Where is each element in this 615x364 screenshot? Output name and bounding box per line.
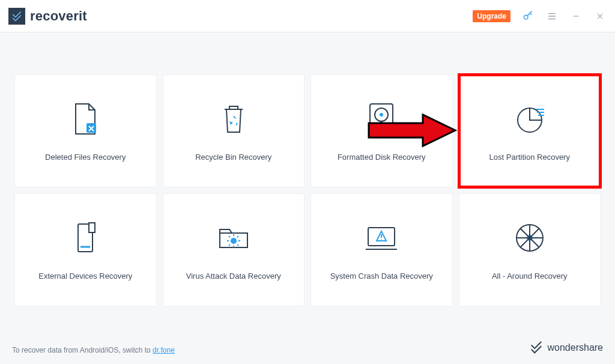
deleted-file-icon: [67, 101, 103, 137]
app-logo: recoverit: [8, 8, 87, 25]
svg-point-0: [524, 15, 528, 19]
card-label: All - Around Recovery: [492, 271, 568, 281]
svg-point-33: [381, 239, 382, 240]
footer-prefix: To recover data from Android/iOS, switch…: [12, 346, 151, 354]
svg-point-21: [231, 238, 237, 244]
card-label: Lost Partition Recovery: [489, 153, 570, 162]
virus-folder-icon: [216, 220, 252, 256]
card-label: Virus Attack Data Recovery: [186, 271, 281, 281]
footer-text: To recover data from Android/iOS, switch…: [12, 346, 175, 354]
card-recycle-bin[interactable]: Recycle Bin Recovery: [163, 74, 305, 187]
close-button[interactable]: [593, 10, 607, 23]
drfone-link[interactable]: dr.fone: [153, 346, 175, 354]
card-label: Deleted Files Recovery: [45, 153, 126, 162]
crash-icon: [363, 220, 399, 256]
partition-icon: [512, 101, 548, 137]
card-deleted-files[interactable]: Deleted Files Recovery: [14, 74, 157, 187]
card-label: Formatted Disk Recovery: [338, 153, 426, 162]
card-system-crash[interactable]: System Crash Data Recovery: [311, 193, 453, 306]
logo-icon: [8, 8, 25, 25]
recycle-bin-icon: [216, 101, 252, 137]
svg-line-29: [237, 244, 238, 246]
svg-point-12: [389, 130, 391, 132]
minimize-button[interactable]: [569, 10, 583, 23]
menu-icon[interactable]: [545, 10, 559, 23]
svg-line-27: [237, 236, 238, 237]
card-formatted-disk[interactable]: Formatted Disk Recovery: [311, 74, 453, 187]
disk-icon: [363, 101, 399, 137]
key-icon[interactable]: [521, 10, 535, 23]
svg-line-26: [229, 236, 230, 237]
svg-point-11: [372, 130, 374, 132]
company-name: wondershare: [548, 342, 604, 353]
card-label: System Crash Data Recovery: [330, 271, 433, 281]
card-lost-partition[interactable]: Lost Partition Recovery: [459, 74, 601, 187]
company-logo: wondershare: [530, 341, 604, 354]
recovery-grid: Deleted Files Recovery Recycle Bin Recov…: [14, 74, 601, 306]
card-label: External Devices Recovery: [38, 271, 132, 281]
app-name: recoverit: [30, 8, 87, 24]
svg-line-28: [229, 244, 230, 246]
all-around-icon: [512, 220, 548, 256]
footer: To recover data from Android/iOS, switch…: [12, 341, 603, 354]
upgrade-button[interactable]: Upgrade: [473, 10, 510, 22]
svg-point-10: [380, 113, 383, 117]
card-all-around[interactable]: All - Around Recovery: [459, 193, 601, 306]
card-external-devices[interactable]: External Devices Recovery: [14, 193, 157, 306]
wondershare-icon: [530, 341, 543, 354]
card-virus-attack[interactable]: Virus Attack Data Recovery: [163, 193, 305, 306]
external-device-icon: [67, 220, 103, 256]
card-label: Recycle Bin Recovery: [195, 153, 271, 162]
titlebar: recoverit Upgrade: [0, 0, 615, 32]
svg-rect-19: [89, 223, 95, 232]
